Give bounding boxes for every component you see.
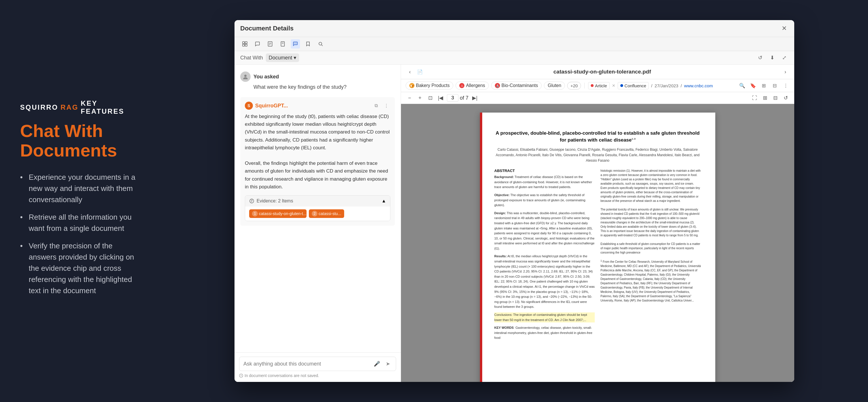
- results-label: Results:: [494, 254, 507, 258]
- zoom-in-button[interactable]: +: [416, 94, 424, 102]
- evidence-header[interactable]: Evidence: 2 Items ▲: [245, 195, 390, 207]
- tag-bio-label: Bio-Contaminants: [501, 83, 538, 88]
- chat-input[interactable]: [243, 361, 370, 367]
- meta-sep-2: /: [681, 83, 682, 88]
- external-link-icon[interactable]: ⤢: [780, 53, 788, 62]
- brand-line: SQUIRRO RAG KEY FEATURES: [20, 99, 141, 116]
- tag-more[interactable]: +20: [567, 82, 581, 90]
- chat-panel: You asked What were the key findings of …: [235, 65, 401, 382]
- ai-name: S SquirroGPT...: [245, 102, 288, 110]
- first-page-button[interactable]: |◀: [437, 94, 445, 102]
- left-panel: SQUIRRO RAG KEY FEATURES Chat With Docum…: [0, 82, 161, 320]
- bio-tag-icon: 🔬: [495, 83, 500, 88]
- user-message-block: You asked What were the key findings of …: [240, 71, 395, 90]
- evidence-block: Evidence: 2 Items ▲ 1 catassi-study-on-g…: [245, 195, 391, 221]
- modal-area: Document Details ✕: [161, 20, 868, 382]
- chat-with-row: Chat With Document ▾ ↺ ⬇ ⤢: [235, 51, 794, 65]
- tag-bio-contaminants[interactable]: 🔬 Bio-Contaminants: [491, 82, 541, 90]
- pdf-bookmark-icon[interactable]: 🔖: [749, 82, 757, 90]
- pdf-content-area: A prospective, double-blind, placebo-con…: [401, 104, 794, 382]
- conclusion-extra: Am J Clin Nutr 2007;...: [555, 318, 586, 321]
- pdf-filename: catassi-study-on-gluten-tolerance.pdf: [426, 69, 778, 75]
- pdf-background: Background: Treatment of celiac disease …: [494, 175, 595, 190]
- chat-with-dropdown[interactable]: Document ▾: [266, 53, 299, 62]
- last-page-button[interactable]: ▶|: [471, 94, 479, 102]
- rotate-button[interactable]: ↺: [782, 94, 789, 102]
- pdf-page-info: of 7: [447, 94, 468, 102]
- ai-response-block: S SquirroGPT... ⧉ ⋮ At the beginning of …: [240, 97, 395, 226]
- toolbar-icon-chat-active[interactable]: [291, 39, 300, 49]
- zoom-out-button[interactable]: −: [406, 94, 414, 102]
- pdf-page: A prospective, double-blind, placebo-con…: [480, 113, 715, 382]
- send-icon[interactable]: ➤: [384, 360, 392, 368]
- bullet-item-1: Experience your documents in a new way a…: [20, 172, 141, 205]
- chat-input-icons: 🎤 ➤: [373, 360, 392, 368]
- pdf-grid-icon[interactable]: ⊞: [760, 82, 768, 90]
- toolbar-icon-bookmark[interactable]: [303, 39, 313, 49]
- pdf-panel: ‹ 📄 catassi-study-on-gluten-tolerance.pd…: [401, 65, 794, 382]
- user-question: What were the key findings of the study?: [240, 84, 395, 90]
- background-label: Background:: [494, 175, 514, 179]
- svg-rect-3: [245, 44, 247, 46]
- ai-actions: ⧉ ⋮: [372, 102, 391, 110]
- evidence-header-left: Evidence: 2 Items: [249, 198, 293, 204]
- download-icon[interactable]: ⬇: [768, 53, 776, 62]
- evidence-chips: 1 catassi-study-on-gluten-t... 2 catassi…: [245, 207, 390, 221]
- confluence-source-dot: [620, 84, 623, 87]
- chat-notice: In document conversations are not saved.: [239, 373, 396, 378]
- keywords-label: KEY WORDS: [494, 326, 514, 329]
- bakery-tag-icon: 🍞: [409, 83, 414, 88]
- chat-with-label: Chat With: [240, 55, 263, 61]
- dual-page-button[interactable]: ⊟: [771, 94, 779, 102]
- pdf-more-icon[interactable]: ⋮: [782, 82, 789, 90]
- pdf-columns-icon[interactable]: ⊟: [771, 82, 779, 90]
- fullscreen-button[interactable]: ⛶: [751, 94, 758, 102]
- microphone-icon[interactable]: 🎤: [373, 360, 381, 368]
- evidence-chip-num-2: 2: [312, 211, 317, 217]
- toolbar-icon-page[interactable]: [278, 39, 287, 49]
- evidence-chevron-icon: ▲: [381, 198, 386, 204]
- pdf-results: Results: At t0, the median villous heigh…: [494, 254, 595, 310]
- brand-squirro: SQUIRRO: [20, 103, 58, 112]
- evidence-chip-2[interactable]: 2 catassi-stu...: [309, 209, 344, 218]
- table-button[interactable]: ⊞: [761, 94, 769, 102]
- toolbar-icon-document-list[interactable]: [266, 39, 275, 49]
- pdf-next-page-button[interactable]: ›: [781, 67, 789, 76]
- toolbar-icon-chat-bubble[interactable]: [253, 39, 262, 49]
- meta-url[interactable]: www.cnbc.com: [684, 83, 713, 88]
- toolbar-icon-search[interactable]: [316, 39, 325, 49]
- squirro-icon: S: [245, 102, 253, 110]
- chat-notice-text: In document conversations are not saved.: [245, 373, 319, 378]
- pdf-tags-bar: 🍞 Bakery Products ⚠ Allergens 🔬 Bio-Cont…: [401, 79, 794, 92]
- close-button[interactable]: ✕: [780, 24, 788, 33]
- design-text: This was a multicenter, double-blind, pl…: [494, 211, 594, 250]
- pdf-abstract-header: ABSTRACT: [494, 168, 595, 173]
- pdf-prev-page-button[interactable]: ‹: [406, 67, 414, 76]
- svg-rect-8: [281, 42, 284, 46]
- evidence-chip-1[interactable]: 1 catassi-study-on-gluten-t...: [249, 209, 307, 218]
- pdf-conclusion: Conclusions: The ingestion of contaminat…: [494, 312, 595, 322]
- brand-rag: RAG: [61, 103, 79, 112]
- refresh-icon[interactable]: ↺: [756, 53, 764, 62]
- pdf-two-col: ABSTRACT Background: Treatment of celiac…: [494, 168, 701, 341]
- tag-source-confluence: Confluence: [618, 82, 649, 89]
- objective-label: Objective:: [494, 193, 509, 197]
- toolbar-icon-grid[interactable]: [240, 39, 249, 49]
- source-article-label: Article: [595, 83, 607, 88]
- evidence-chip-1-label: catassi-study-on-gluten-t...: [259, 211, 306, 216]
- tag-bakery-products[interactable]: 🍞 Bakery Products: [406, 82, 453, 90]
- brand-rest: KEY FEATURES: [81, 99, 141, 116]
- modal-header: Document Details ✕: [235, 20, 794, 37]
- modal-title: Document Details: [240, 25, 293, 32]
- more-options-icon[interactable]: ⋮: [382, 102, 391, 110]
- copy-icon[interactable]: ⧉: [372, 102, 380, 110]
- page-total: of 7: [460, 95, 468, 101]
- page-number-input[interactable]: [447, 94, 458, 102]
- pdf-search-icon[interactable]: 🔍: [738, 82, 746, 90]
- toolbar-row: [235, 37, 794, 51]
- tag-gluten[interactable]: Gluten: [544, 82, 565, 90]
- chat-input-area: 🎤 ➤ In document conversations are not sa…: [235, 352, 401, 382]
- source-confluence-label: Confluence: [625, 83, 646, 88]
- fit-page-button[interactable]: ⊡: [426, 94, 434, 102]
- tag-allergens[interactable]: ⚠ Allergens: [456, 82, 489, 90]
